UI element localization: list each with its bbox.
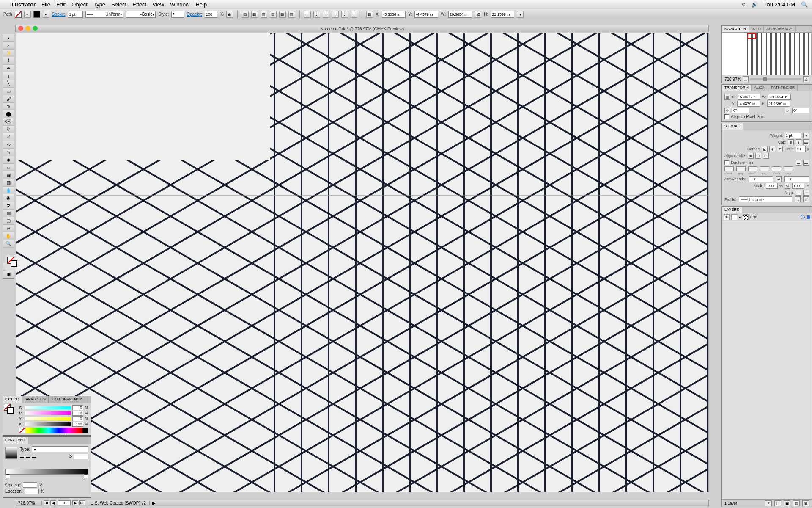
- pencil-tool[interactable]: ✎: [3, 103, 14, 110]
- menu-object[interactable]: Object: [71, 1, 88, 8]
- tab-align[interactable]: ALIGN: [752, 85, 768, 91]
- tab-stroke[interactable]: STROKE: [722, 123, 743, 130]
- eraser-tool[interactable]: ⌫: [3, 118, 14, 126]
- rectangle-tool[interactable]: ▭: [3, 88, 14, 95]
- align-top-icon[interactable]: ▤: [270, 11, 277, 18]
- artboard-first-icon[interactable]: ⏮: [44, 500, 49, 505]
- distribute-3-icon[interactable]: ⋮: [323, 11, 329, 18]
- grad-angle-input[interactable]: [74, 454, 88, 459]
- arrow-scale-1[interactable]: [766, 183, 778, 189]
- zoom-tool[interactable]: 🔍: [3, 240, 14, 248]
- color-stroke-well[interactable]: [7, 407, 14, 414]
- new-sublayer-icon[interactable]: ▣: [784, 500, 790, 506]
- reference-point-icon[interactable]: ▦: [724, 94, 730, 100]
- brush-def-select[interactable]: ━━━ Uniform ▾: [85, 11, 123, 18]
- menu-file[interactable]: File: [41, 1, 50, 8]
- arrow-align-1-icon[interactable]: →: [796, 190, 801, 196]
- gap-2[interactable]: [760, 166, 769, 171]
- align-bottom-icon[interactable]: ▥: [288, 11, 295, 18]
- transform-w-input[interactable]: [768, 94, 791, 100]
- recolor-icon[interactable]: ◐: [226, 11, 233, 18]
- layer-name[interactable]: grid: [750, 215, 799, 219]
- tab-transparency[interactable]: TRANSPARENCY: [49, 396, 85, 403]
- mesh-tool[interactable]: ▦: [3, 171, 14, 179]
- m-input[interactable]: [72, 411, 83, 416]
- type-tool[interactable]: T: [3, 72, 14, 80]
- gradient-type-select[interactable]: ▾: [32, 446, 88, 452]
- tab-transform[interactable]: TRANSFORM: [722, 85, 752, 91]
- magic-wand-tool[interactable]: ✨: [3, 50, 14, 57]
- transform-y-input[interactable]: [737, 101, 760, 107]
- rotate-tool[interactable]: ↻: [3, 126, 14, 133]
- layer-twirl-icon[interactable]: ▸: [739, 215, 741, 219]
- cap-round-icon[interactable]: ◗: [796, 139, 801, 145]
- blob-brush-tool[interactable]: ⬤: [3, 110, 14, 118]
- menu-view[interactable]: View: [152, 1, 164, 8]
- distribute-1-icon[interactable]: ⋮: [304, 11, 311, 18]
- distribute-4-icon[interactable]: ⋮: [332, 11, 339, 18]
- symbol-sprayer-tool[interactable]: ✲: [3, 202, 14, 210]
- layer-row[interactable]: 👁 ▸ grid: [722, 213, 812, 221]
- menu-window[interactable]: Window: [170, 1, 189, 8]
- shape-builder-tool[interactable]: ◈: [3, 156, 14, 164]
- tab-info[interactable]: INFO: [749, 26, 764, 32]
- align-vcenter-icon[interactable]: ▦: [279, 11, 286, 18]
- c-input[interactable]: [72, 405, 83, 410]
- layer-visibility-icon[interactable]: 👁: [724, 214, 730, 220]
- locate-object-icon[interactable]: ⌖: [765, 500, 772, 506]
- graphic-style-select[interactable]: ━ Basic ▾: [126, 11, 156, 18]
- lasso-tool[interactable]: ⌇: [3, 57, 14, 65]
- y-slider[interactable]: [25, 417, 71, 420]
- arrow-start-select[interactable]: ━ ▾: [749, 176, 774, 182]
- y-input[interactable]: [414, 11, 438, 18]
- zoom-out-icon[interactable]: ▁: [743, 76, 749, 82]
- line-tool[interactable]: ╲: [3, 80, 14, 88]
- rotate-input[interactable]: [732, 108, 749, 113]
- artboard-prev-icon[interactable]: ◀: [50, 500, 56, 505]
- style-select[interactable]: ▾: [171, 11, 184, 18]
- screen-mode[interactable]: ▣: [3, 271, 14, 278]
- stroke-weight-input[interactable]: [68, 11, 83, 18]
- layer-lock-icon[interactable]: [731, 214, 737, 220]
- layer-target-icon[interactable]: [801, 215, 805, 219]
- gradient-swatch[interactable]: [5, 447, 17, 459]
- flip-along-icon[interactable]: ⇋: [795, 196, 801, 202]
- new-layer-icon[interactable]: ▤: [793, 500, 800, 506]
- stroke-well[interactable]: [11, 260, 17, 267]
- clock[interactable]: Thu 2:04 PM: [764, 1, 795, 8]
- artboard-number-input[interactable]: [58, 500, 71, 505]
- arrow-scale-link-icon[interactable]: ⛓: [785, 183, 790, 189]
- zoom-in-icon[interactable]: △: [803, 76, 809, 82]
- fill-dropdown[interactable]: ▾: [24, 11, 31, 18]
- artboard-next-icon[interactable]: ▶: [72, 500, 78, 505]
- w-input[interactable]: [448, 11, 472, 18]
- gradient-ramp[interactable]: [5, 469, 88, 475]
- menu-extra-icon[interactable]: ⎋: [742, 1, 745, 8]
- menu-help[interactable]: Help: [195, 1, 207, 8]
- dash-3[interactable]: [772, 166, 781, 171]
- delete-layer-icon[interactable]: 🗑: [802, 500, 809, 506]
- tab-swatches[interactable]: SWATCHES: [22, 396, 49, 403]
- stroke-weight-field[interactable]: [785, 133, 801, 138]
- color-spectrum[interactable]: [19, 428, 88, 433]
- selection-tool[interactable]: ▴: [3, 34, 14, 42]
- arrow-scale-2[interactable]: [792, 183, 804, 189]
- grad-stroke-3-icon[interactable]: ▬: [32, 454, 36, 459]
- transform-panel-icon[interactable]: ▾: [517, 11, 524, 18]
- grad-opacity-input[interactable]: [23, 482, 37, 488]
- cap-butt-icon[interactable]: ▮: [788, 139, 794, 145]
- eyedropper-tool[interactable]: 💧: [3, 187, 14, 194]
- zoom-readout[interactable]: 726.97%: [16, 501, 42, 505]
- distribute-5-icon[interactable]: ⋮: [341, 11, 348, 18]
- hand-tool[interactable]: ✋: [3, 232, 14, 240]
- navigator-proxy[interactable]: [722, 33, 812, 75]
- h-input[interactable]: [491, 11, 514, 18]
- dash-2[interactable]: [748, 166, 757, 171]
- tab-layers[interactable]: LAYERS: [722, 207, 742, 213]
- graph-tool[interactable]: ▤: [3, 210, 14, 217]
- arrow-end-select[interactable]: ━ ▾: [784, 176, 809, 182]
- align-right-icon[interactable]: ▥: [261, 11, 267, 18]
- gradient-tool[interactable]: ▥: [3, 179, 14, 187]
- fill-stroke-well[interactable]: [5, 255, 16, 271]
- x-input[interactable]: [382, 11, 406, 18]
